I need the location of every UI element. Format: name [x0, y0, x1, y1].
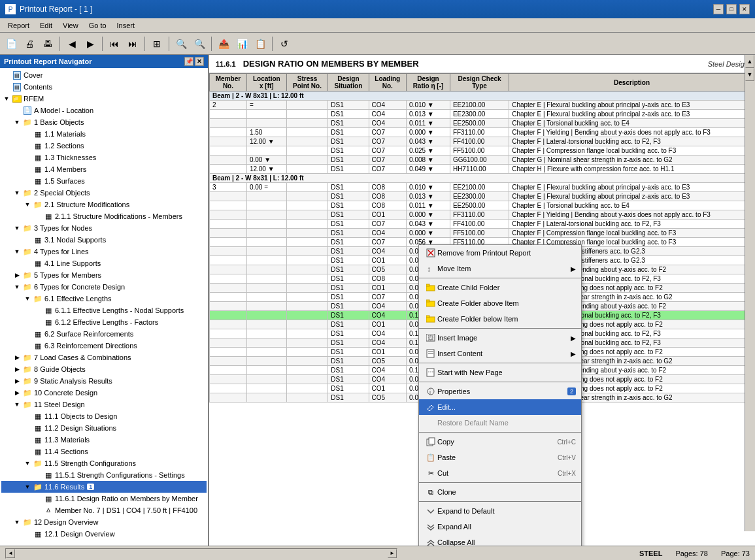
- tree-item-2special[interactable]: ▼ 📁 2 Special Objects: [1, 187, 207, 199]
- tree-item-1.5[interactable]: ▦ 1.5 Surfaces: [1, 175, 207, 187]
- tree-item-6.2[interactable]: ▦ 6.2 Surface Reinforcements: [1, 328, 207, 340]
- tree-item-4.1[interactable]: ▦ 4.1 Line Supports: [1, 257, 207, 269]
- ctx-insert-image[interactable]: 🖼 Insert Image ▶: [419, 330, 581, 346]
- tb-new[interactable]: 📄: [3, 35, 20, 52]
- ctx-expand-default[interactable]: Expand to Default: [419, 503, 581, 519]
- tree-label-2special: 2 Special Objects: [33, 189, 90, 197]
- ctx-sep7: [419, 501, 581, 502]
- maximize-btn[interactable]: □: [726, 4, 737, 14]
- ctx-edit-label: Edit...: [437, 403, 576, 411]
- tree-item-9static[interactable]: ▶ 📁 9 Static Analysis Results: [1, 375, 207, 387]
- scroll-right-btn[interactable]: ►: [388, 549, 397, 558]
- ctx-copy-shortcut: Ctrl+C: [557, 438, 576, 446]
- ctx-collapse-all[interactable]: Collapse All: [419, 535, 581, 546]
- tree-item-1.3[interactable]: ▦ 1.3 Thicknesses: [1, 152, 207, 163]
- tree-item-rfem[interactable]: ▼ 📁 RFEM: [1, 93, 207, 105]
- tb-zoom-in[interactable]: 🔍: [173, 35, 190, 52]
- tree-item-2.1[interactable]: ▼ 📁 2.1 Structure Modifications: [1, 199, 207, 210]
- ctx-clone[interactable]: ⧉ Clone: [419, 484, 581, 500]
- ctx-create-above[interactable]: Create Folder above Item: [419, 295, 581, 311]
- tb-export[interactable]: 📤: [215, 35, 232, 52]
- tree-item-2.1.1[interactable]: ▦ 2.1.1 Structure Modifications - Member…: [1, 210, 207, 222]
- tree-item-6.1.1[interactable]: ▦ 6.1.1 Effective Lengths - Nodal Suppor…: [1, 305, 207, 316]
- tree-item-6.1.2[interactable]: ▦ 6.1.2 Effective Lengths - Factors: [1, 316, 207, 328]
- tb-sep4: [169, 37, 169, 51]
- ctx-start-new-page[interactable]: Start with New Page: [419, 365, 581, 380]
- tree-item-3nodes[interactable]: ▼ 📁 3 Types for Nodes: [1, 222, 207, 234]
- nav-tree[interactable]: ▤ Cover ▤ Contents ▼ 📁 RFEM 📄: [0, 68, 208, 546]
- tb-last[interactable]: ⏭: [124, 35, 141, 52]
- tree-item-1.2-sections[interactable]: ▦ 1.2 Sections: [1, 140, 207, 152]
- ctx-copy[interactable]: Copy Ctrl+C: [419, 434, 581, 450]
- tree-item-11.5[interactable]: ▼ 📁 11.5 Strength Configurations: [1, 457, 207, 469]
- tree-item-10concrete[interactable]: ▶ 📁 10 Concrete Design: [1, 387, 207, 399]
- tree-item-8guide[interactable]: ▶ 📁 8 Guide Objects: [1, 363, 207, 375]
- ctx-edit[interactable]: Edit...: [419, 399, 581, 415]
- tree-item-11.5.1[interactable]: ▦ 11.5.1 Strength Configurations - Setti…: [1, 469, 207, 481]
- tree-item-1.4[interactable]: ▦ 1.4 Members: [1, 163, 207, 175]
- tree-item-11steel[interactable]: ▼ 📁 11 Steel Design: [1, 399, 207, 410]
- tree-item-11.2[interactable]: ▦ 11.2 Design Situations: [1, 422, 207, 434]
- tree-item-11.4[interactable]: ▦ 11.4 Sections: [1, 446, 207, 457]
- ctx-collapse-all-label: Collapse All: [437, 538, 576, 546]
- tree-item-amodel[interactable]: 📄 A Model - Location: [1, 105, 207, 116]
- tree-item-4lines[interactable]: ▼ 📁 4 Types for Lines: [1, 246, 207, 257]
- menu-report[interactable]: Report: [3, 20, 35, 31]
- tree-item-12overview[interactable]: ▼ 📁 12 Design Overview: [1, 516, 207, 528]
- tree-item-11.6[interactable]: ▼ 📁 11.6 Results 1: [1, 481, 207, 493]
- tree-item-7loads[interactable]: ▶ 📁 7 Load Cases & Combinations: [1, 352, 207, 363]
- ctx-paste-shortcut: Ctrl+V: [558, 454, 576, 461]
- tree-item-contents[interactable]: ▤ Contents: [1, 81, 207, 93]
- ctx-expand-all[interactable]: Expand All: [419, 519, 581, 535]
- ctx-move-arrow: ▶: [571, 265, 576, 272]
- ctx-remove-printout[interactable]: Remove from Printout Report: [419, 245, 581, 261]
- tree-item-12.1[interactable]: ▦ 12.1 Design Overview: [1, 528, 207, 540]
- tree-item-cover[interactable]: ▤ Cover: [1, 69, 207, 81]
- tree-item-1basic[interactable]: ▼ 📁 1 Basic Objects: [1, 116, 207, 128]
- tree-item-member7[interactable]: Δ Member No. 7 | DS1 | CO4 | 7.50 ft | F…: [1, 504, 207, 516]
- ctx-cut[interactable]: ✂ Cut Ctrl+X: [419, 465, 581, 481]
- menu-view[interactable]: View: [58, 20, 84, 31]
- ctx-insert-content[interactable]: Insert Content ▶: [419, 346, 581, 361]
- ctx-paste[interactable]: 📋 Paste Ctrl+V: [419, 450, 581, 465]
- tree-item-6.1[interactable]: ▼ 📁 6.1 Effective Lengths: [1, 293, 207, 305]
- tree-item-6.3[interactable]: ▦ 6.3 Reinforcement Directions: [1, 340, 207, 352]
- tree-item-6concrete[interactable]: ▼ 📁 6 Types for Concrete Design: [1, 281, 207, 293]
- tree-label-11.5.1: 11.5.1 Strength Configurations - Setting…: [54, 471, 185, 479]
- tree-item-5members[interactable]: ▶ 📁 5 Types for Members: [1, 269, 207, 281]
- content-area: 11.6.1 DESIGN RATIO ON MEMBERS BY MEMBER…: [209, 55, 755, 546]
- menu-edit[interactable]: Edit: [35, 20, 58, 31]
- tb-refresh[interactable]: ↺: [276, 35, 293, 52]
- tb-layout[interactable]: ⊞: [148, 35, 165, 52]
- horizontal-scrollbar[interactable]: ◄ ►: [5, 548, 397, 559]
- nav-pin-btn[interactable]: 📌: [184, 57, 193, 66]
- menu-goto[interactable]: Go to: [84, 20, 112, 31]
- nav-close-btn[interactable]: ✕: [195, 57, 204, 66]
- tb-first[interactable]: ⏮: [106, 35, 123, 52]
- tree-label-1.1: 1.1 Materials: [43, 130, 86, 138]
- tree-item-11.3[interactable]: ▦ 11.3 Materials: [1, 434, 207, 446]
- tree-item-1.1[interactable]: ▦ 1.1 Materials: [1, 128, 207, 140]
- restore-icon: [424, 418, 437, 428]
- tree-item-11.6.1[interactable]: ▦ 11.6.1 Design Ratio on Members by Memb…: [1, 493, 207, 504]
- tb-export3[interactable]: 📋: [252, 35, 269, 52]
- collapse-all-icon: [424, 537, 437, 546]
- ctx-properties[interactable]: i Properties 2: [419, 384, 581, 399]
- tb-zoom-out[interactable]: 🔍: [191, 35, 208, 52]
- tb-forward[interactable]: ▶: [82, 35, 99, 52]
- close-btn[interactable]: ✕: [739, 4, 750, 14]
- folder-below-icon: [424, 314, 437, 324]
- svg-rect-15: [427, 369, 434, 376]
- scroll-left-btn[interactable]: ◄: [6, 549, 15, 558]
- tree-item-3.1[interactable]: ▦ 3.1 Nodal Supports: [1, 234, 207, 246]
- ctx-create-below[interactable]: Create Folder below Item: [419, 311, 581, 327]
- tree-item-11.1[interactable]: ▦ 11.1 Objects to Design: [1, 410, 207, 422]
- tb-print2[interactable]: 🖶: [39, 35, 56, 52]
- minimize-btn[interactable]: ─: [713, 4, 724, 14]
- tb-export2[interactable]: 📊: [233, 35, 250, 52]
- tb-print[interactable]: 🖨: [21, 35, 38, 52]
- tb-back[interactable]: ◀: [63, 35, 80, 52]
- ctx-move-item[interactable]: ↕ Move Item ▶: [419, 261, 581, 276]
- ctx-create-child[interactable]: Create Child Folder: [419, 280, 581, 295]
- menu-insert[interactable]: Insert: [112, 20, 141, 31]
